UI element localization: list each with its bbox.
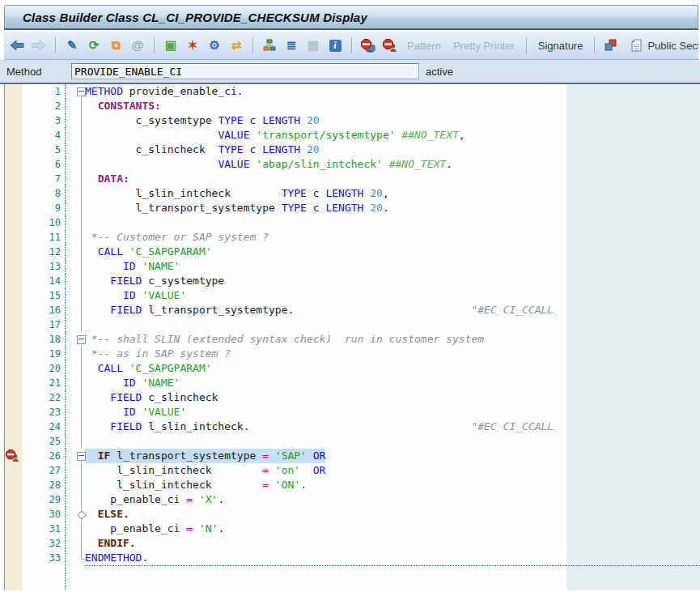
test-icon[interactable]: ⚙ — [206, 37, 223, 53]
gutter-cell[interactable] — [0, 172, 22, 186]
code-line[interactable]: 9 l_transport_systemtype TYPE c LENGTH 2… — [0, 201, 700, 215]
gutter-cell[interactable] — [0, 405, 22, 420]
gutter-cell[interactable] — [0, 478, 22, 492]
code-text[interactable]: METHOD provide_enable_ci. — [85, 84, 700, 99]
code-text[interactable]: VALUE 'abap/slin_intcheck' ##NO_TEXT. — [85, 157, 700, 172]
code-line[interactable]: 2 CONSTANTS: — [0, 99, 700, 113]
gutter-cell[interactable] — [0, 230, 22, 245]
gutter-cell[interactable] — [0, 157, 22, 172]
code-text[interactable] — [85, 215, 700, 230]
refresh-icon[interactable]: ⟳ — [86, 37, 102, 53]
code-text[interactable]: l_slin_intcheck TYPE c LENGTH 20, — [85, 186, 700, 201]
code-line[interactable]: 13 ID 'NAME' — [0, 259, 700, 274]
code-line[interactable]: 27 l_slin_intcheck = 'on' OR — [0, 463, 700, 478]
code-text[interactable] — [85, 434, 700, 449]
gutter-cell[interactable] — [0, 492, 22, 507]
gutter-cell[interactable] — [0, 274, 22, 288]
code-line[interactable]: 10 — [0, 215, 700, 230]
gutter-cell[interactable] — [0, 186, 22, 201]
session-breakpoint-icon[interactable] — [382, 37, 398, 53]
code-text[interactable]: l_transport_systemtype TYPE c LENGTH 20. — [85, 201, 700, 215]
code-text[interactable]: FIELD c_slincheck — [85, 390, 700, 405]
gutter-cell[interactable] — [0, 99, 22, 113]
code-text[interactable]: ID 'NAME' — [85, 259, 700, 274]
gutter-cell[interactable] — [0, 420, 22, 434]
gutter-cell[interactable] — [0, 245, 22, 259]
signature-button[interactable]: Signature — [535, 40, 587, 52]
gutter-cell[interactable] — [0, 317, 22, 332]
code-line[interactable]: 6 VALUE 'abap/slin_intcheck' ##NO_TEXT. — [0, 157, 700, 172]
spiral-icon[interactable]: @ — [129, 37, 146, 53]
code-line[interactable]: 30 ELSE. — [0, 507, 700, 522]
code-text[interactable]: ENDMETHOD. — [85, 551, 700, 565]
code-line[interactable]: 12 CALL 'C_SAPGPARAM' — [0, 245, 700, 259]
code-line[interactable]: 4 VALUE 'transport/systemtype' ##NO_TEXT… — [0, 128, 700, 143]
code-line[interactable]: 14 FIELD c_systemtype — [0, 274, 700, 288]
code-line[interactable]: 25 — [0, 434, 700, 449]
code-line[interactable]: 3 c_systemtype TYPE c LENGTH 20 — [0, 113, 700, 128]
code-line[interactable]: 31 p_enable_ci = 'N'. — [0, 522, 700, 536]
code-text[interactable]: p_enable_ci = 'N'. — [85, 522, 700, 536]
code-editor[interactable]: 1METHOD provide_enable_ci.2 CONSTANTS:3 … — [0, 84, 700, 590]
breakpoint-icon[interactable] — [0, 449, 22, 463]
code-line[interactable]: 20 CALL 'C_SAPGPARAM' — [0, 361, 700, 376]
code-text[interactable]: ID 'NAME' — [85, 376, 700, 390]
code-text[interactable]: ELSE. — [85, 507, 700, 522]
code-text[interactable]: VALUE 'transport/systemtype' ##NO_TEXT, — [85, 128, 700, 143]
copy-icon[interactable]: ⧉ — [108, 37, 124, 53]
code-text[interactable]: c_slincheck TYPE c LENGTH 20 — [85, 143, 700, 157]
code-text[interactable]: *-- as in SAP system ? — [85, 347, 700, 361]
code-text[interactable]: ID 'VALUE' — [85, 288, 700, 303]
code-text[interactable] — [85, 317, 700, 332]
fold-collapse-icon[interactable] — [66, 449, 85, 463]
gutter-cell[interactable] — [0, 259, 22, 274]
gutter-cell[interactable] — [0, 143, 22, 157]
code-line[interactable]: 1METHOD provide_enable_ci. — [0, 84, 700, 99]
public-section-button[interactable]: Public Section — [625, 37, 698, 53]
code-line[interactable]: 7 DATA: — [0, 172, 700, 186]
code-line[interactable]: 26 IF l_transport_systemtype = 'SAP' OR — [0, 449, 700, 463]
back-icon[interactable] — [9, 37, 25, 53]
gutter-cell[interactable] — [0, 215, 22, 230]
method-input[interactable] — [71, 63, 419, 79]
code-line[interactable]: 18 *-- shall SLIN (extended syntax check… — [0, 332, 700, 347]
code-line[interactable]: 22 FIELD c_slincheck — [0, 390, 700, 405]
gutter-cell[interactable] — [0, 288, 22, 303]
code-text[interactable]: FIELD l_slin_intcheck. "#EC CI_CCALL — [85, 420, 700, 434]
code-text[interactable]: l_slin_intcheck = 'ON'. — [85, 478, 700, 492]
gutter-cell[interactable] — [0, 361, 22, 376]
gutter-cell[interactable] — [0, 347, 22, 361]
code-line[interactable]: 32 ENDIF. — [0, 536, 700, 551]
check-icon[interactable]: ▣ — [163, 37, 179, 53]
gutter-cell[interactable] — [0, 507, 22, 522]
code-line[interactable]: 23 ID 'VALUE' — [0, 405, 700, 420]
code-text[interactable]: c_systemtype TYPE c LENGTH 20 — [85, 113, 700, 128]
gutter-cell[interactable] — [0, 376, 22, 390]
gutter-cell[interactable] — [0, 551, 22, 565]
gutter-cell[interactable] — [0, 390, 22, 405]
code-line[interactable]: 28 l_slin_intcheck = 'ON'. — [0, 478, 700, 492]
code-line[interactable]: 15 ID 'VALUE' — [0, 288, 700, 303]
code-line[interactable]: 11 *-- Customer or SAP system ? — [0, 230, 700, 245]
where-used-icon[interactable]: ⇄ — [228, 37, 244, 53]
fold-collapse-icon[interactable] — [66, 84, 85, 99]
code-text[interactable]: *-- shall SLIN (extended syntax check) r… — [85, 332, 700, 347]
code-text[interactable]: l_slin_intcheck = 'on' OR — [85, 463, 700, 478]
gutter-cell[interactable] — [0, 463, 22, 478]
code-text[interactable]: ENDIF. — [85, 536, 700, 551]
code-text[interactable]: p_enable_ci = 'X'. — [85, 492, 700, 507]
code-line[interactable]: 19 *-- as in SAP system ? — [0, 347, 700, 361]
code-text[interactable]: CALL 'C_SAPGPARAM' — [85, 361, 700, 376]
code-line[interactable]: 29 p_enable_ci = 'X'. — [0, 492, 700, 507]
code-line[interactable]: 33ENDMETHOD. — [0, 551, 700, 565]
code-line[interactable]: 16 FIELD l_transport_systemtype. "#EC CI… — [0, 303, 700, 317]
code-text[interactable]: ID 'VALUE' — [85, 405, 700, 420]
fold-collapse-icon[interactable] — [66, 332, 85, 347]
code-line[interactable]: 8 l_slin_intcheck TYPE c LENGTH 20, — [0, 186, 700, 201]
gutter-cell[interactable] — [0, 84, 22, 99]
gutter-cell[interactable] — [0, 113, 22, 128]
gutter-cell[interactable] — [0, 128, 22, 143]
code-text[interactable]: DATA: — [85, 172, 700, 186]
code-line[interactable]: 21 ID 'NAME' — [0, 376, 700, 390]
code-line[interactable]: 24 FIELD l_slin_intcheck. "#EC CI_CCALL — [0, 420, 700, 434]
